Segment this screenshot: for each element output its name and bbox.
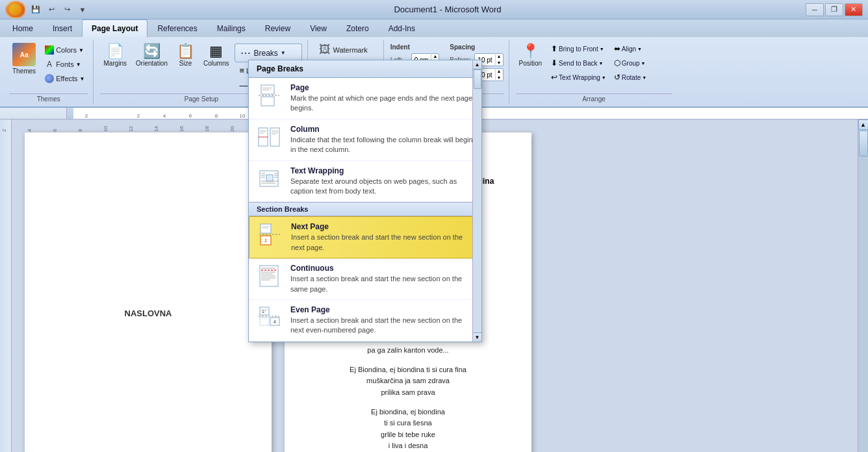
colors-label: Colors [56, 46, 77, 54]
fonts-button[interactable]: A Fonts ▼ [42, 58, 88, 71]
themes-button[interactable]: Aa Themes [9, 41, 39, 77]
tab-mailings[interactable]: Mailings [207, 19, 255, 37]
tab-insert[interactable]: Insert [43, 19, 82, 37]
arrange-group: 📍 Position ⬆ Bring to Front ▼ ⬌ Align ▼ [511, 40, 678, 104]
continuous-title: Continuous [290, 264, 474, 273]
effects-arrow: ▼ [80, 76, 85, 82]
themes-label: Themes [12, 68, 36, 75]
themes-group: Aa Themes Colors ▼ A Fonts ▼ [4, 40, 94, 104]
text-wrapping-icon [257, 166, 283, 192]
position-button[interactable]: 📍 Position [516, 41, 546, 69]
svg-rect-0 [261, 85, 274, 94]
dropdown-scroll-track [473, 69, 481, 333]
svg-rect-2 [261, 97, 274, 106]
column-break-title: Column [290, 125, 474, 134]
effects-button[interactable]: Effects ▼ [42, 72, 88, 85]
window-title: Document1 - Microsoft Word [394, 5, 501, 14]
page-break-desc: Mark the point at which one page ends an… [290, 94, 474, 114]
columns-label: Columns [203, 60, 229, 67]
dropdown-header-title: Page Breaks [257, 64, 303, 73]
align-button[interactable]: ⬌ Align ▼ [611, 42, 672, 55]
continuous-desc: Insert a section break and start the new… [290, 274, 474, 294]
page-break-title: Page [290, 83, 474, 92]
breaks-dropdown: Page Breaks ▲ ▼ Page Mark the point at w… [248, 60, 482, 342]
breaks-arrow: ▼ [281, 50, 286, 56]
quick-access-toolbar: 💾 ↩ ↪ ▼ [29, 3, 90, 17]
office-button[interactable] [5, 1, 26, 19]
left-ruler: 246810121416182022 [0, 119, 12, 452]
columns-button[interactable]: ▦ Columns [200, 41, 232, 69]
close-button[interactable]: ✕ [845, 3, 863, 16]
tab-view[interactable]: View [300, 19, 337, 37]
dropdown-scroll-thumb[interactable] [474, 69, 481, 89]
column-break-text: Column Indicate that the text following … [290, 125, 474, 155]
dropdown-item-continuous[interactable]: Continuous Insert a section break and st… [249, 258, 481, 300]
bring-to-front-label: Bring to Front [559, 45, 598, 53]
group-button[interactable]: ⬡ Group ▼ [611, 56, 672, 69]
window-controls: ─ ❐ ✕ [806, 3, 863, 16]
themes-group-label: Themes [9, 94, 88, 103]
even-page-title: Even Page [290, 305, 474, 314]
breaks-label: Breaks [253, 49, 277, 58]
redo-qat-button[interactable]: ↪ [60, 3, 74, 17]
tab-addins[interactable]: Add-Ins [379, 19, 425, 37]
bring-to-front-button[interactable]: ⬆ Bring to Front ▼ [548, 42, 609, 55]
svg-rect-26 [261, 224, 271, 233]
tab-review[interactable]: Review [255, 19, 300, 37]
watermark-label: Watermark [333, 46, 367, 54]
dropdown-scroll-down[interactable]: ▼ [473, 333, 481, 342]
vertical-scrollbar: ▲ ▼ [858, 119, 868, 452]
tab-home[interactable]: Home [3, 19, 43, 37]
send-to-back-button[interactable]: ⬇ Send to Back ▼ [548, 56, 609, 69]
fonts-arrow: ▼ [76, 62, 81, 68]
undo-qat-button[interactable]: ↩ [44, 3, 58, 17]
dropdown-scroll-up[interactable]: ▲ [473, 60, 481, 69]
continuous-icon [257, 264, 283, 290]
title-bar: 💾 ↩ ↪ ▼ Document1 - Microsoft Word ─ ❐ ✕ [0, 0, 868, 19]
dropdown-item-column[interactable]: Column Indicate that the text following … [249, 119, 481, 161]
size-button[interactable]: 📋 Size [173, 41, 198, 69]
effects-label: Effects [56, 75, 77, 82]
section-breaks-header: Section Breaks [249, 202, 481, 216]
verse-5: Ej biondina, ej biondinati si cura šesna… [311, 407, 505, 452]
arrange-small-btns: ⬆ Bring to Front ▼ ⬌ Align ▼ ⬇ Send to B… [548, 41, 672, 84]
next-page-text: Next Page Insert a section break and sta… [291, 222, 473, 253]
text-wrapping-label: Text Wrapping [559, 74, 600, 81]
tab-page-layout[interactable]: Page Layout [82, 19, 147, 37]
colors-arrow: ▼ [79, 47, 84, 53]
text-wrapping-break-text: Text Wrapping Separate text around objec… [290, 166, 474, 197]
page-break-text: Page Mark the point at which one page en… [290, 83, 474, 114]
save-qat-button[interactable]: 💾 [29, 3, 43, 17]
page-1: NASLOVNA [25, 132, 272, 452]
margins-label: Margins [103, 60, 127, 67]
next-page-title: Next Page [291, 222, 473, 231]
scroll-thumb[interactable] [859, 131, 868, 157]
dropdown-item-next-page[interactable]: 2 Next Page Insert a section break and s… [249, 216, 481, 258]
text-wrapping-button[interactable]: ↩ Text Wrapping ▼ [548, 71, 609, 84]
colors-button[interactable]: Colors ▼ [42, 44, 88, 56]
position-label: Position [519, 60, 542, 67]
column-break-desc: Indicate that the text following the col… [290, 135, 474, 155]
minimize-button[interactable]: ─ [806, 3, 824, 16]
dropdown-header: Page Breaks ▲ ▼ [249, 60, 481, 78]
arrange-group-label: Arrange [516, 94, 672, 103]
orientation-button[interactable]: 🔄 Orientation [133, 41, 171, 69]
spacing-label: Spacing [450, 44, 503, 51]
rotate-button[interactable]: ↺ Rotate ▼ [611, 71, 672, 84]
fonts-label: Fonts [56, 60, 74, 68]
watermark-button[interactable]: 🖼 Watermark [314, 41, 372, 58]
next-page-icon: 2 [257, 222, 283, 248]
orientation-label: Orientation [136, 60, 168, 67]
qat-dropdown-button[interactable]: ▼ [75, 3, 90, 17]
dropdown-item-text-wrapping[interactable]: Text Wrapping Separate text around objec… [249, 161, 481, 203]
margins-button[interactable]: 📄 Margins [100, 41, 130, 69]
dropdown-item-even-page[interactable]: 4 1 Even Page Insert a section break and… [249, 300, 481, 342]
tab-zotero[interactable]: Zotero [337, 19, 379, 37]
title-bar-left: 💾 ↩ ↪ ▼ [5, 1, 90, 19]
restore-button[interactable]: ❐ [825, 3, 843, 16]
tab-references[interactable]: References [147, 19, 207, 37]
dropdown-scrollbar: ▲ ▼ [472, 60, 481, 342]
dropdown-item-page[interactable]: Page Mark the point at which one page en… [249, 78, 481, 119]
size-label: Size [179, 60, 192, 67]
scroll-up-button[interactable]: ▲ [858, 119, 869, 130]
